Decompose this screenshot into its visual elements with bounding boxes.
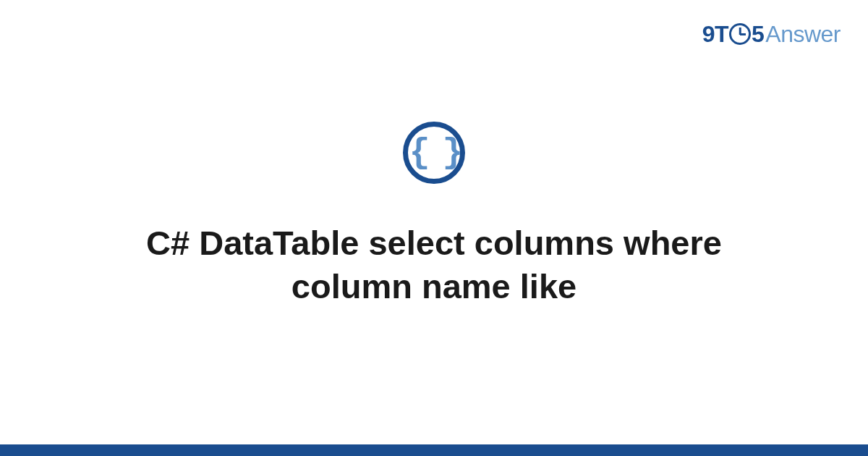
footer-bar (0, 444, 868, 456)
main-content: { } C# DataTable select columns where co… (0, 0, 868, 444)
code-braces-icon: { } (409, 135, 459, 170)
category-icon-circle: { } (403, 122, 465, 184)
question-title: C# DataTable select columns where column… (109, 221, 760, 308)
